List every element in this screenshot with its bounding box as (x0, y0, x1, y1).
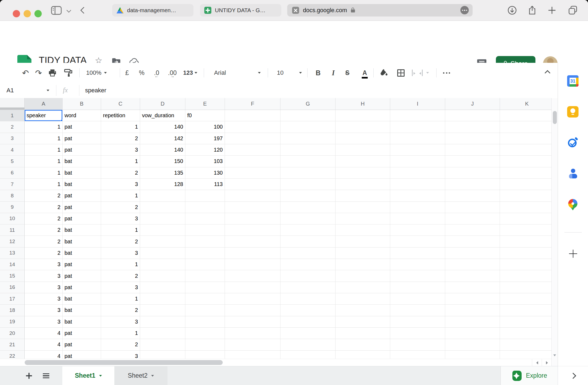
column-header-K[interactable]: K (500, 98, 551, 110)
vertical-scrollbar[interactable] (551, 98, 558, 366)
cell-A21[interactable]: 4 (25, 339, 63, 350)
sheet-tab-sheet2[interactable]: Sheet2 (114, 366, 167, 385)
name-box[interactable]: A1 (7, 87, 14, 94)
cell-A2[interactable]: 1 (25, 121, 63, 133)
scroll-down-icon[interactable] (553, 354, 556, 356)
all-sheets-menu-icon[interactable] (43, 373, 49, 378)
row-header-7[interactable]: 7 (0, 179, 25, 190)
cell-G3[interactable] (280, 133, 335, 144)
cell-D6[interactable]: 135 (140, 167, 185, 179)
cell-B16[interactable]: pat (63, 282, 101, 293)
cell-J16[interactable] (445, 282, 500, 293)
row-header-1[interactable]: 1 (0, 110, 25, 121)
cell-J10[interactable] (445, 213, 500, 224)
merge-cells-icon[interactable] (411, 63, 423, 83)
cell-B14[interactable]: pat (63, 259, 101, 270)
add-sheet-icon[interactable] (26, 373, 32, 379)
cell-G14[interactable] (280, 259, 335, 270)
column-header-I[interactable]: I (390, 98, 445, 110)
cell-D12[interactable] (140, 236, 185, 247)
cell-D16[interactable] (140, 282, 185, 293)
formula-input[interactable]: speaker (85, 87, 106, 94)
undo-icon[interactable]: ↶ (21, 63, 30, 83)
cell-A1[interactable]: speaker (25, 110, 63, 121)
cell-B12[interactable]: bat (63, 236, 101, 247)
cell-C5[interactable]: 1 (101, 156, 140, 167)
row-header-3[interactable]: 3 (0, 133, 25, 144)
cell-K17[interactable] (500, 293, 551, 305)
cell-E20[interactable] (185, 328, 225, 339)
cell-F2[interactable] (225, 121, 280, 133)
cell-B19[interactable]: bat (63, 316, 101, 328)
cell-J1[interactable] (445, 110, 500, 121)
cell-A4[interactable]: 1 (25, 144, 63, 156)
cell-H21[interactable] (335, 339, 390, 350)
cell-C18[interactable]: 2 (101, 305, 140, 316)
cell-H5[interactable] (335, 156, 390, 167)
cell-J3[interactable] (445, 133, 500, 144)
cell-D13[interactable] (140, 247, 185, 259)
cell-I7[interactable] (390, 179, 445, 190)
cell-K8[interactable] (500, 190, 551, 201)
cell-J5[interactable] (445, 156, 500, 167)
cell-D10[interactable] (140, 213, 185, 224)
cell-B13[interactable]: bat (63, 247, 101, 259)
cell-E4[interactable]: 120 (185, 144, 225, 156)
cell-G11[interactable] (280, 224, 335, 236)
redo-icon[interactable]: ↷ (34, 63, 43, 83)
cell-A14[interactable]: 3 (25, 259, 63, 270)
cell-A19[interactable]: 3 (25, 316, 63, 328)
cell-G16[interactable] (280, 282, 335, 293)
cell-G7[interactable] (280, 179, 335, 190)
cell-F6[interactable] (225, 167, 280, 179)
sheet-tab-sheet1[interactable]: Sheet1 (62, 366, 114, 385)
cell-B22[interactable]: pat (63, 351, 101, 359)
row-header-2[interactable]: 2 (0, 121, 25, 133)
cell-F5[interactable] (225, 156, 280, 167)
number-format-menu[interactable]: 123 (183, 63, 197, 83)
fill-handle[interactable] (61, 119, 63, 121)
cell-F16[interactable] (225, 282, 280, 293)
cell-C16[interactable]: 3 (101, 282, 140, 293)
cell-B21[interactable]: pat (63, 339, 101, 350)
cell-H4[interactable] (335, 144, 390, 156)
cell-G19[interactable] (280, 316, 335, 328)
paint-format-icon[interactable] (63, 63, 73, 83)
downloads-icon[interactable] (507, 5, 517, 16)
back-button[interactable] (81, 8, 86, 13)
address-bar[interactable]: docs.google.com (287, 4, 473, 17)
cell-F4[interactable] (225, 144, 280, 156)
row-header-13[interactable]: 13 (0, 247, 25, 259)
cell-K21[interactable] (500, 339, 551, 350)
cell-F10[interactable] (225, 213, 280, 224)
cell-E1[interactable]: f0 (185, 110, 225, 121)
cell-I1[interactable] (390, 110, 445, 121)
cell-E6[interactable]: 130 (185, 167, 225, 179)
cell-B11[interactable]: bat (63, 224, 101, 236)
cell-H10[interactable] (335, 213, 390, 224)
row-header-17[interactable]: 17 (0, 293, 25, 305)
cell-C21[interactable]: 2 (101, 339, 140, 350)
cell-D2[interactable]: 140 (140, 121, 185, 133)
cell-I8[interactable] (390, 190, 445, 201)
cell-J15[interactable] (445, 270, 500, 282)
cell-B20[interactable]: pat (63, 328, 101, 339)
cell-D22[interactable] (140, 351, 185, 359)
cell-E14[interactable] (185, 259, 225, 270)
cell-I4[interactable] (390, 144, 445, 156)
column-header-A[interactable]: A (25, 98, 63, 110)
cell-I15[interactable] (390, 270, 445, 282)
cell-C11[interactable]: 1 (101, 224, 140, 236)
cell-A13[interactable]: 2 (25, 247, 63, 259)
row-header-16[interactable]: 16 (0, 282, 25, 293)
cell-C14[interactable]: 1 (101, 259, 140, 270)
cell-D7[interactable]: 128 (140, 179, 185, 190)
cell-G8[interactable] (280, 190, 335, 201)
cell-F13[interactable] (225, 247, 280, 259)
more-toolbar-options-icon[interactable] (441, 63, 453, 83)
cell-K18[interactable] (500, 305, 551, 316)
cell-H14[interactable] (335, 259, 390, 270)
cell-G17[interactable] (280, 293, 335, 305)
browser-tab-untidy-data[interactable]: UNTIDY DATA - G… (200, 4, 281, 17)
cell-K13[interactable] (500, 247, 551, 259)
